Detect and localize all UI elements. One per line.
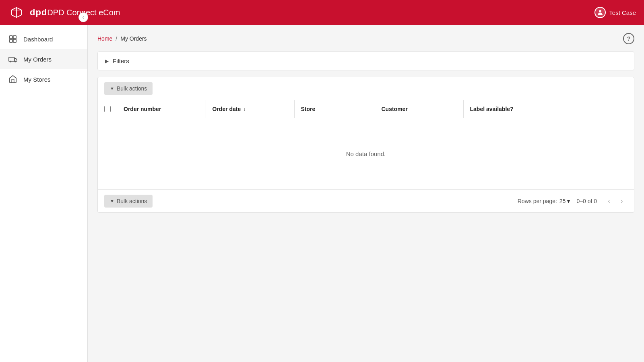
dpd-logo-icon — [8, 4, 25, 21]
truck-icon — [8, 55, 18, 64]
person-icon — [597, 9, 604, 16]
bulk-actions-top-bar: ▼ Bulk actions — [98, 77, 634, 100]
help-icon[interactable]: ? — [623, 33, 634, 44]
th-order-number-label: Order number — [124, 106, 161, 112]
svg-rect-7 — [10, 39, 12, 42]
page-info: 0–0 of 0 — [576, 198, 597, 204]
no-data-row: No data found. — [98, 118, 634, 190]
body-layout: ‹ Dashboard — [0, 25, 644, 362]
th-store-label: Store — [301, 106, 316, 112]
bulk-actions-top-button[interactable]: ▼ Bulk actions — [104, 82, 153, 95]
svg-rect-9 — [9, 57, 14, 61]
orders-table: Order number Order date ↓ Store — [98, 100, 634, 189]
svg-rect-8 — [13, 39, 16, 42]
th-extra — [544, 100, 634, 118]
filters-header-toggle[interactable]: ▶ Filters — [98, 52, 634, 70]
orders-table-card: ▼ Bulk actions Order n — [97, 77, 634, 213]
prev-page-button[interactable]: ‹ — [603, 195, 615, 207]
bulk-actions-bottom-label: Bulk actions — [117, 198, 147, 204]
th-customer-label: Customer — [382, 106, 408, 112]
select-all-checkbox[interactable] — [104, 106, 111, 112]
user-label: Test Case — [609, 9, 636, 16]
pagination-arrows: ‹ › — [603, 195, 627, 207]
svg-rect-6 — [13, 36, 16, 39]
th-label-available-label: Label available? — [470, 106, 514, 112]
svg-rect-5 — [10, 36, 12, 39]
bulk-actions-top-label: Bulk actions — [117, 85, 147, 92]
sidebar-item-my-stores[interactable]: My Stores — [0, 69, 87, 89]
prev-arrow-icon: ‹ — [608, 197, 610, 205]
breadcrumb: Home / My Orders ? — [97, 33, 634, 44]
chevron-down-icon: ▼ — [110, 86, 114, 91]
rows-per-page-label: Rows per page: — [518, 198, 557, 204]
breadcrumb-separator: / — [116, 35, 117, 42]
sidebar-item-my-stores-label: My Stores — [23, 76, 51, 83]
dashboard-icon — [8, 35, 18, 43]
user-menu[interactable]: Test Case — [594, 7, 636, 18]
next-arrow-icon: › — [621, 197, 623, 205]
rows-per-page-control: Rows per page: 25 ▾ — [518, 198, 570, 204]
user-avatar-icon — [594, 7, 606, 18]
th-checkbox — [98, 100, 117, 118]
store-icon — [8, 75, 18, 84]
app-title: DPD Connect eCom — [47, 8, 594, 17]
no-data-message: No data found. — [346, 150, 386, 157]
next-page-button[interactable]: › — [616, 195, 627, 207]
dpd-wordmark: dpd — [30, 7, 47, 18]
breadcrumb-home-link[interactable]: Home — [97, 35, 112, 42]
main-content: Home / My Orders ? ▶ Filters ▼ Bulk acti… — [88, 25, 644, 362]
app-header: dpd DPD Connect eCom Test Case — [0, 0, 644, 25]
chevron-down-icon-bottom: ▼ — [110, 199, 114, 204]
breadcrumb-current: My Orders — [120, 35, 147, 42]
pagination-bottom-bar: ▼ Bulk actions Rows per page: 25 ▾ 0–0 o… — [98, 189, 634, 212]
svg-point-4 — [599, 10, 601, 12]
sidebar-nav: Dashboard My Orders — [0, 25, 87, 93]
rows-per-page-select[interactable]: 25 ▾ — [559, 198, 570, 204]
rows-dropdown-icon: ▾ — [567, 198, 570, 204]
rows-per-page-value: 25 — [559, 198, 566, 204]
th-store[interactable]: Store — [294, 100, 375, 118]
th-order-number[interactable]: Order number — [117, 100, 206, 118]
pagination-controls: Rows per page: 25 ▾ 0–0 of 0 ‹ › — [518, 195, 627, 207]
sort-desc-icon: ↓ — [243, 106, 246, 112]
sidebar-item-my-orders-label: My Orders — [23, 56, 52, 63]
sidebar: ‹ Dashboard — [0, 25, 88, 362]
th-customer[interactable]: Customer — [375, 100, 463, 118]
sidebar-item-dashboard-label: Dashboard — [23, 36, 53, 43]
filters-panel: ▶ Filters — [97, 51, 634, 70]
logo-area: dpd — [8, 4, 47, 21]
filters-label: Filters — [113, 58, 129, 64]
bulk-actions-bottom-button[interactable]: ▼ Bulk actions — [104, 195, 153, 208]
th-order-date[interactable]: Order date ↓ — [206, 100, 294, 118]
sidebar-item-dashboard[interactable]: Dashboard — [0, 29, 87, 49]
filters-chevron-icon: ▶ — [105, 58, 109, 64]
th-label-available[interactable]: Label available? — [463, 100, 544, 118]
sidebar-item-my-orders[interactable]: My Orders — [0, 49, 87, 69]
th-order-date-label: Order date — [213, 106, 241, 112]
